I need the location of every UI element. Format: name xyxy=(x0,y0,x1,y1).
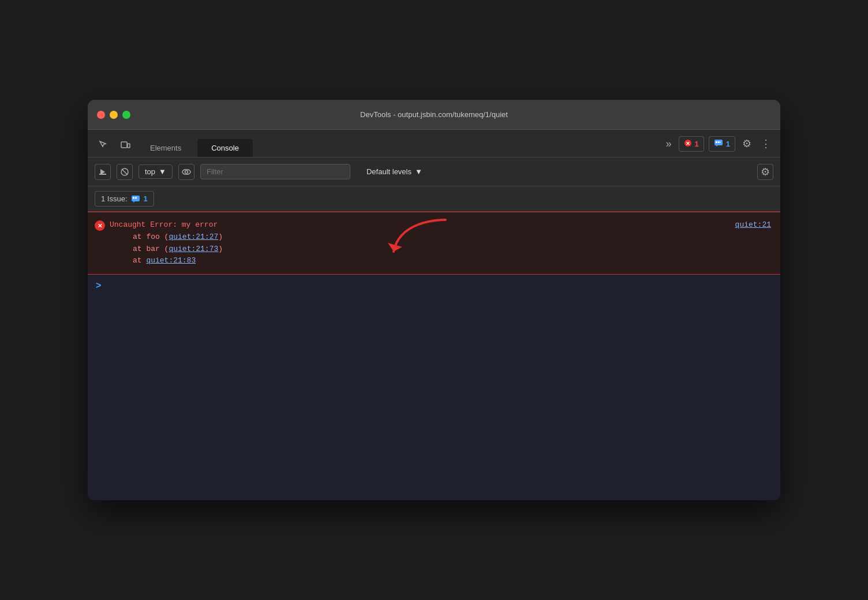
tab-elements[interactable]: Elements xyxy=(136,139,195,157)
arrow-annotation xyxy=(388,217,457,265)
issues-badge[interactable]: 1 Issue: 1 xyxy=(95,191,154,207)
error-count: 1 xyxy=(695,140,699,148)
more-tabs-button[interactable]: » xyxy=(664,136,674,152)
svg-marker-17 xyxy=(388,243,402,252)
settings-icon[interactable]: ⚙ xyxy=(740,135,754,152)
error-row-left: Uncaught Error: my error at foo (quiet:2… xyxy=(95,219,223,267)
devtools-window: DevTools - output.jsbin.com/tukemeq/1/qu… xyxy=(88,100,780,500)
svg-rect-5 xyxy=(716,141,717,143)
svg-rect-16 xyxy=(135,197,137,198)
tab-console[interactable]: Console xyxy=(197,139,253,157)
error-location-link[interactable]: quiet:21 xyxy=(735,220,771,229)
console-prompt-row[interactable]: > xyxy=(88,275,780,297)
issues-bar: 1 Issue: 1 xyxy=(88,186,780,212)
svg-rect-6 xyxy=(718,141,720,143)
error-circle-icon xyxy=(95,220,105,231)
chat-icon-badge xyxy=(714,139,723,149)
context-selector[interactable]: top ▼ xyxy=(139,164,173,179)
context-label: top xyxy=(145,167,155,176)
console-toolbar: top ▼ Default levels ▼ ⚙ xyxy=(88,158,780,186)
more-options-icon[interactable]: ⋮ xyxy=(758,135,773,152)
svg-line-11 xyxy=(122,169,128,175)
tab-bar: Elements Console » ✕ 1 xyxy=(88,130,780,158)
inspect-icon[interactable] xyxy=(95,137,112,152)
close-button[interactable] xyxy=(97,111,105,119)
error-stack-line3: at quiet:21:83 xyxy=(110,255,223,267)
toolbar-settings-icon[interactable]: ⚙ xyxy=(757,164,773,180)
device-toggle-icon[interactable] xyxy=(117,137,134,152)
svg-text:✕: ✕ xyxy=(686,141,690,147)
title-bar: DevTools - output.jsbin.com/tukemeq/1/qu… xyxy=(88,100,780,130)
console-content: Uncaught Error: my error at foo (quiet:2… xyxy=(88,212,780,500)
issues-count: 1 xyxy=(144,194,148,203)
execute-icon[interactable] xyxy=(95,164,111,180)
maximize-button[interactable] xyxy=(122,111,130,119)
prompt-chevron-icon: > xyxy=(96,280,101,291)
svg-rect-9 xyxy=(99,174,106,175)
tab-bar-right: » ✕ 1 xyxy=(664,135,773,157)
error-link-foo[interactable]: quiet:21:27 xyxy=(169,232,218,241)
context-chevron-icon: ▼ xyxy=(159,167,166,176)
issues-label: 1 Issue: xyxy=(101,194,128,203)
error-main-text: Uncaught Error: my error xyxy=(110,219,223,231)
error-link-bar[interactable]: quiet:21:73 xyxy=(169,245,218,253)
minimize-button[interactable] xyxy=(110,111,118,119)
error-icon-badge: ✕ xyxy=(684,139,692,149)
error-stack-line1: at foo (quiet:21:27) xyxy=(110,231,223,243)
chat-count: 1 xyxy=(726,140,730,148)
window-title: DevTools - output.jsbin.com/tukemeq/1/qu… xyxy=(360,110,508,119)
eye-icon[interactable] xyxy=(178,164,194,180)
svg-rect-15 xyxy=(133,197,134,198)
svg-rect-7 xyxy=(720,141,721,143)
svg-rect-1 xyxy=(128,144,130,148)
levels-chevron-icon: ▼ xyxy=(415,167,422,176)
clear-icon[interactable] xyxy=(117,164,133,180)
error-stack-line2: at bar (quiet:21:73) xyxy=(110,243,223,256)
filter-input[interactable] xyxy=(200,164,350,179)
error-badge-button[interactable]: ✕ 1 xyxy=(679,136,704,152)
levels-selector[interactable]: Default levels ▼ xyxy=(361,165,428,178)
error-link-root[interactable]: quiet:21:83 xyxy=(146,256,196,265)
svg-point-13 xyxy=(185,170,188,173)
error-text-block: Uncaught Error: my error at foo (quiet:2… xyxy=(110,219,223,267)
svg-rect-0 xyxy=(121,142,127,148)
tab-bar-left xyxy=(95,137,134,157)
traffic-lights xyxy=(97,111,130,119)
issues-badge-button[interactable]: 1 xyxy=(709,136,735,152)
levels-label: Default levels xyxy=(366,167,411,176)
error-row: Uncaught Error: my error at foo (quiet:2… xyxy=(88,212,780,275)
